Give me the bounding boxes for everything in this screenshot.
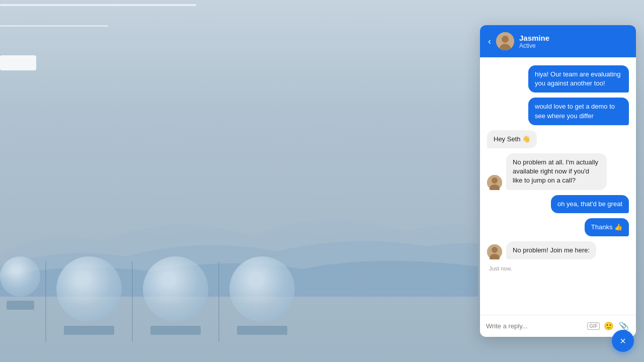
agent-name: Jasmine [519,34,628,42]
agent-status: Active [519,42,628,49]
bubble-7: No problem! Join me here: [506,241,596,259]
message-5: oh yea, that'd be great [487,195,629,213]
chat-header: ‹ Jasmine Active [480,25,636,57]
paperclip-icon: 📎 [619,322,629,330]
top-left-box [0,55,36,70]
bubble-2: would love to get a demo to see where yo… [528,98,629,125]
emoji-button[interactable]: 🙂 [603,320,615,332]
circle-shape-0 [0,256,40,297]
emoji-icon: 🙂 [604,322,614,330]
circle-bar-3 [237,326,287,335]
chat-widget: ‹ Jasmine Active hiya! Our team are eval… [480,25,636,337]
message-3: Hey Seth 👋 [487,130,629,148]
circle-item-2 [133,256,218,335]
chat-messages: hiya! Our team are evaluating you agains… [480,57,636,315]
sender-avatar-7 [487,244,502,259]
circle-bar-0 [7,301,34,310]
svg-point-7 [492,247,498,253]
message-2: would love to get a demo to see where yo… [487,98,629,125]
circle-shape-3 [229,256,295,322]
bubble-1: hiya! Our team are evaluating you agains… [528,65,629,93]
circle-shape-2 [143,256,208,322]
close-chat-button[interactable]: × [612,330,634,352]
reply-input[interactable] [486,322,583,330]
agent-avatar [496,32,514,50]
bubble-3: Hey Seth 👋 [487,130,537,148]
back-button[interactable]: ‹ [488,37,491,46]
chat-input-area: GIF 🙂 📎 [480,315,636,337]
svg-point-4 [492,177,498,184]
progress-bar-2 [0,25,108,27]
timestamp: Just now. [487,265,629,272]
circle-item-1 [46,256,132,335]
message-6: Thanks 👍 [487,218,629,236]
message-1: hiya! Our team are evaluating you agains… [487,65,629,93]
bubble-6: Thanks 👍 [585,218,629,236]
gif-button[interactable]: GIF [587,322,600,330]
progress-bar-1 [0,4,196,6]
circle-shape-1 [56,256,122,322]
circle-bar-1 [64,326,114,335]
bubble-4: No problem at all. I'm actually availabl… [506,153,607,190]
circle-item-3 [219,256,305,335]
message-7: No problem! Join me here: [487,241,629,259]
circle-bar-2 [150,326,201,335]
agent-info: Jasmine Active [519,34,628,49]
svg-point-1 [502,36,509,43]
close-icon: × [620,335,626,347]
circles-row [0,246,478,362]
sender-avatar-4 [487,175,502,190]
message-4: No problem at all. I'm actually availabl… [487,153,629,190]
circle-item-0 [0,256,45,310]
bubble-5: oh yea, that'd be great [551,195,629,213]
